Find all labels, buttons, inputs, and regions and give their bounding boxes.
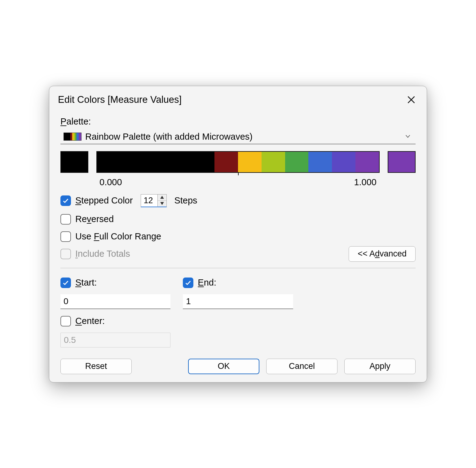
palette-preview-icon [64, 133, 82, 141]
ramp-min-label: 0.000 [99, 177, 122, 187]
ramp-step [332, 152, 355, 172]
center-label: Center: [75, 316, 105, 326]
center-checkbox[interactable] [60, 316, 71, 326]
ramp-step [355, 152, 379, 172]
apply-button[interactable]: Apply [344, 359, 416, 374]
steps-up-icon[interactable] [158, 195, 166, 201]
center-value [60, 333, 170, 348]
ramp-step [308, 152, 332, 172]
start-value[interactable] [60, 294, 170, 309]
start-checkbox[interactable] [60, 278, 71, 288]
full-range-label: Use Full Color Range [75, 231, 161, 242]
steps-value[interactable] [141, 194, 157, 207]
ok-button[interactable]: OK [188, 359, 259, 374]
dialog-title: Edit Colors [Measure Values] [58, 94, 182, 105]
include-totals-label: Include Totals [75, 249, 130, 259]
close-icon[interactable] [404, 93, 418, 107]
color-ramp [60, 151, 416, 173]
include-totals-checkbox [60, 249, 71, 259]
ramp-step [285, 152, 309, 172]
ramp-step [238, 152, 262, 172]
divider [60, 268, 416, 268]
end-checkbox[interactable] [183, 278, 193, 288]
reversed-label: Reversed [75, 214, 114, 224]
end-value[interactable] [183, 294, 293, 309]
ramp-center-tick [238, 172, 239, 175]
ramp-start-swatch[interactable] [60, 151, 88, 173]
advanced-button[interactable]: << Advanced [349, 246, 416, 262]
palette-dropdown[interactable]: Rainbow Palette (with added Microwaves) [60, 130, 416, 144]
reversed-checkbox[interactable] [60, 214, 71, 225]
stepped-color-checkbox[interactable] [60, 195, 71, 206]
start-label: Start: [75, 278, 97, 288]
full-range-checkbox[interactable] [60, 231, 71, 242]
chevron-down-icon [404, 132, 411, 142]
end-label: End: [198, 278, 216, 288]
edit-colors-dialog: Edit Colors [Measure Values] Palette: Ra… [49, 86, 427, 383]
ramp-step [191, 152, 214, 172]
ramp-step [214, 152, 238, 172]
steps-spinner[interactable] [141, 194, 167, 207]
steps-down-icon[interactable] [158, 201, 166, 207]
palette-label: Palette: [60, 116, 418, 127]
svg-marker-2 [160, 196, 164, 199]
palette-selected-name: Rainbow Palette (with added Microwaves) [85, 132, 253, 142]
ramp-max-label: 1.000 [354, 177, 377, 187]
stepped-color-label: Stepped Color [75, 195, 133, 206]
ramp-body[interactable] [96, 151, 380, 173]
ramp-step [121, 152, 144, 172]
steps-units: Steps [174, 195, 197, 206]
ramp-step [97, 152, 121, 172]
cancel-button[interactable]: Cancel [266, 359, 337, 374]
ramp-end-swatch[interactable] [388, 151, 416, 173]
reset-button[interactable]: Reset [60, 359, 132, 374]
ramp-step [167, 152, 191, 172]
titlebar: Edit Colors [Measure Values] [49, 86, 427, 112]
svg-marker-3 [160, 202, 164, 205]
ramp-step [262, 152, 285, 172]
ramp-step [144, 152, 168, 172]
